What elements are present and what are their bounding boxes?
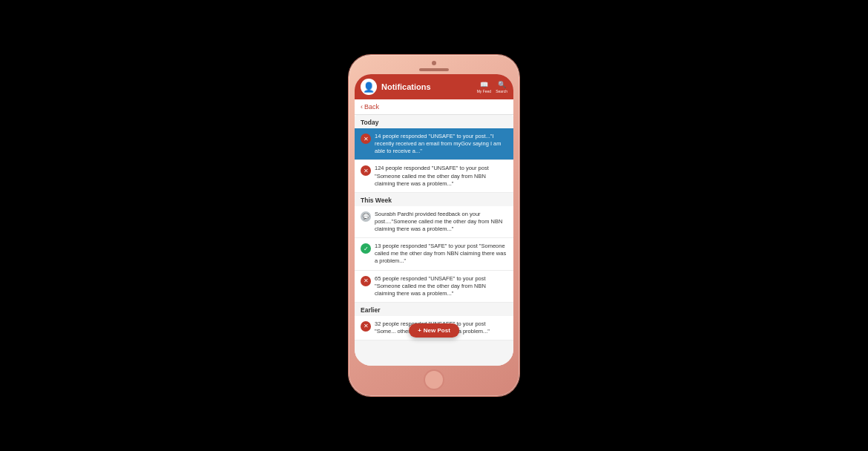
book-icon: 📖 bbox=[480, 81, 488, 88]
notification-item[interactable]: ✓ 13 people responded "SAFE" to your pos… bbox=[355, 238, 513, 270]
section-earlier: Earlier bbox=[355, 303, 513, 316]
phone-screen: 👤 Notifications 📖 My Feed 🔍 Search ‹ Bac… bbox=[355, 74, 513, 366]
back-bar: ‹ Back bbox=[355, 99, 513, 115]
notification-text: 65 people responded "UNSAFE" to your pos… bbox=[375, 275, 507, 297]
notifications-screen: Today ✕ 14 people responded "UNSAFE" to … bbox=[355, 115, 513, 366]
avatar-icon: 👤 bbox=[363, 82, 375, 93]
chevron-left-icon: ‹ bbox=[361, 103, 363, 111]
notification-text: 13 people responded "SAFE" to your post … bbox=[375, 243, 507, 265]
search-icon: 🔍 bbox=[498, 81, 506, 88]
unsafe-icon: ✕ bbox=[361, 165, 371, 176]
back-button[interactable]: ‹ Back bbox=[361, 103, 507, 111]
new-post-label: New Post bbox=[424, 327, 450, 334]
app-header: 👤 Notifications 📖 My Feed 🔍 Search bbox=[355, 74, 513, 99]
notification-item[interactable]: ✕ 65 people responded "UNSAFE" to your p… bbox=[355, 271, 513, 303]
unsafe-icon: ✕ bbox=[361, 321, 371, 332]
notification-item[interactable]: ✕ 14 people responded "UNSAFE" to your p… bbox=[355, 128, 513, 160]
avatar: 👤 bbox=[361, 79, 377, 95]
home-button[interactable] bbox=[424, 369, 444, 390]
comment-icon: 💬 bbox=[361, 211, 371, 222]
search-button[interactable]: 🔍 Search bbox=[496, 81, 507, 93]
notification-item[interactable]: ✕ 124 people responded "UNSAFE" to your … bbox=[355, 160, 513, 192]
phone-camera bbox=[432, 61, 436, 65]
phone-frame: 👤 Notifications 📖 My Feed 🔍 Search ‹ Bac… bbox=[349, 55, 519, 396]
unsafe-icon: ✕ bbox=[361, 276, 371, 286]
notification-text: 14 people responded "UNSAFE" to your pos… bbox=[375, 133, 507, 155]
unsafe-icon: ✕ bbox=[361, 134, 371, 144]
section-today: Today bbox=[355, 115, 513, 128]
phone-speaker bbox=[419, 68, 449, 71]
notification-text: 124 people responded "UNSAFE" to your po… bbox=[375, 165, 507, 187]
new-post-button[interactable]: + New Post bbox=[409, 323, 459, 338]
safe-icon: ✓ bbox=[361, 243, 371, 254]
plus-icon: + bbox=[418, 327, 421, 334]
notification-item[interactable]: 💬 Sourabh Pardhi provided feedback on yo… bbox=[355, 206, 513, 238]
my-feed-button[interactable]: 📖 My Feed bbox=[477, 81, 491, 93]
notification-text: Sourabh Pardhi provided feedback on your… bbox=[375, 211, 507, 233]
header-title: Notifications bbox=[381, 82, 473, 91]
section-this-week: This Week bbox=[355, 193, 513, 206]
header-icons: 📖 My Feed 🔍 Search bbox=[477, 81, 507, 93]
